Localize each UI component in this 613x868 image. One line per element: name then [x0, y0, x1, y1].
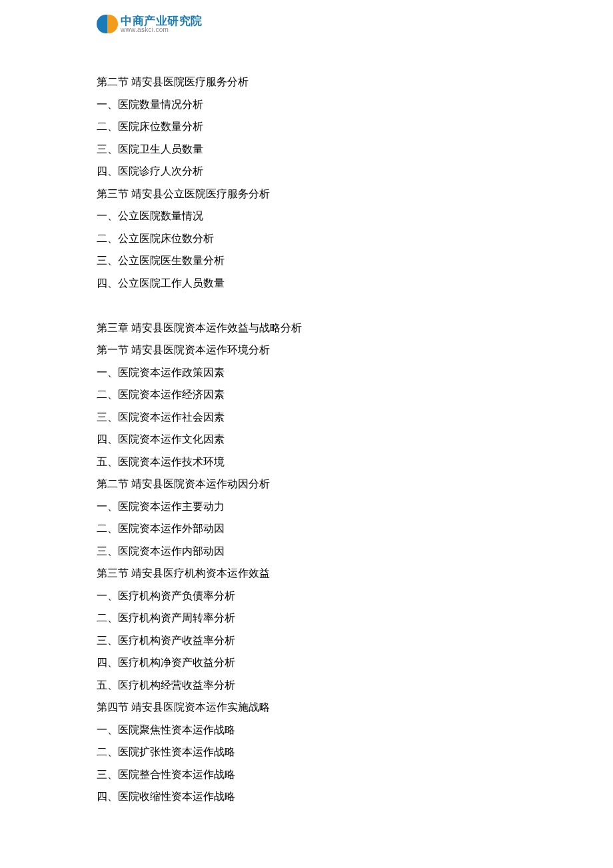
blank-line [97, 294, 523, 317]
toc-line: 五、医疗机构经营收益率分析 [97, 674, 523, 697]
logo-url-text: www.askci.com [121, 27, 203, 33]
toc-line: 一、公立医院数量情况 [97, 205, 523, 227]
toc-line: 四、公立医院工作人员数量 [97, 272, 523, 295]
toc-line: 二、医院床位数量分析 [97, 115, 523, 138]
toc-line: 一、医院聚焦性资本运作战略 [97, 719, 523, 741]
toc-line: 三、医疗机构资产收益率分析 [97, 629, 523, 652]
header-logo: 中商产业研究院 www.askci.com [97, 13, 203, 35]
toc-line: 四、医疗机构净资产收益分析 [97, 651, 523, 674]
toc-line: 第三节 靖安县医疗机构资本运作效益 [97, 562, 523, 585]
toc-line: 四、医院诊疗人次分析 [97, 160, 523, 183]
toc-line: 一、医院资本运作政策因素 [97, 361, 523, 384]
toc-line: 三、医院整合性资本运作战略 [97, 763, 523, 786]
toc-line: 第二节 靖安县医院资本运作动因分析 [97, 473, 523, 495]
toc-line: 二、医院扩张性资本运作战略 [97, 741, 523, 763]
toc-line: 四、医院收缩性资本运作战略 [97, 785, 523, 808]
toc-line: 四、医院资本运作文化因素 [97, 428, 523, 451]
toc-line: 三、医院卫生人员数量 [97, 138, 523, 161]
toc-line: 二、医院资本运作外部动因 [97, 517, 523, 540]
toc-line: 二、医院资本运作经济因素 [97, 383, 523, 406]
toc-line: 第四节 靖安县医院资本运作实施战略 [97, 696, 523, 719]
document-content: 第二节 靖安县医院医疗服务分析 一、医院数量情况分析 二、医院床位数量分析 三、… [97, 71, 523, 808]
toc-line: 三、医院资本运作社会因素 [97, 406, 523, 429]
toc-line: 三、医院资本运作内部动因 [97, 540, 523, 563]
toc-line: 五、医院资本运作技术环境 [97, 451, 523, 473]
toc-line: 二、公立医院床位数分析 [97, 227, 523, 250]
toc-line: 一、医院资本运作主要动力 [97, 495, 523, 518]
toc-line: 一、医疗机构资产负债率分析 [97, 585, 523, 607]
toc-line: 三、公立医院医生数量分析 [97, 249, 523, 272]
toc-line: 一、医院数量情况分析 [97, 93, 523, 116]
toc-line: 二、医疗机构资产周转率分析 [97, 607, 523, 629]
toc-line: 第一节 靖安县医院资本运作环境分析 [97, 339, 523, 361]
logo-text-block: 中商产业研究院 www.askci.com [121, 15, 203, 33]
toc-line: 第三节 靖安县公立医院医疗服务分析 [97, 183, 523, 205]
toc-line: 第二节 靖安县医院医疗服务分析 [97, 71, 523, 93]
toc-line: 第三章 靖安县医院资本运作效益与战略分析 [97, 317, 523, 339]
logo-icon [97, 13, 118, 35]
logo-cn-text: 中商产业研究院 [121, 15, 203, 27]
